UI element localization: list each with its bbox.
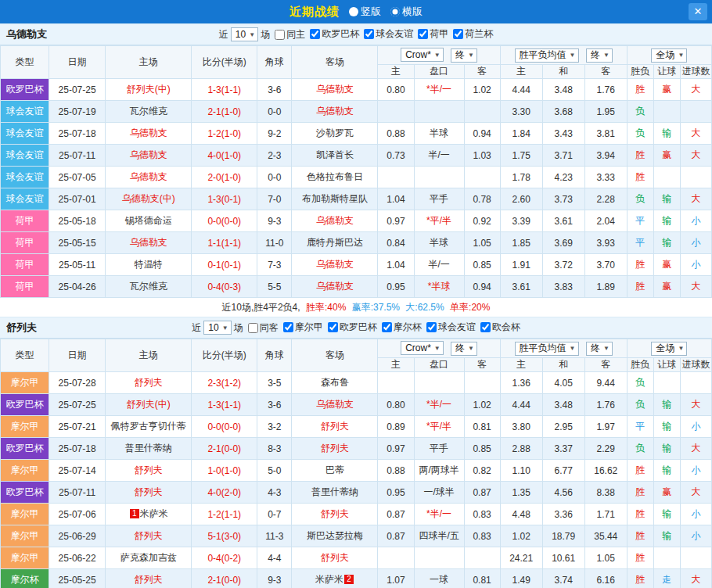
score-cell[interactable]: 1-0(1-0) bbox=[192, 460, 257, 482]
score-cell[interactable]: 4-0(1-0) bbox=[192, 145, 257, 167]
team-link[interactable]: 斯巴达瑟拉梅 bbox=[307, 530, 363, 541]
home-team-cell[interactable]: 乌德勒支 bbox=[106, 167, 192, 188]
league-filter-checkbox[interactable]: 欧罗巴杯 bbox=[328, 321, 377, 334]
same-venue-checkbox[interactable]: 同主 bbox=[275, 28, 305, 41]
away-team-cell[interactable]: 巴蒂 bbox=[292, 460, 378, 482]
team-link[interactable]: 佩特罗古亨切什蒂 bbox=[111, 421, 186, 432]
match-count-select[interactable]: 10▼ bbox=[203, 321, 231, 335]
avg-final-select[interactable]: 终▼ bbox=[586, 48, 613, 63]
home-team-cell[interactable]: 舒列夫(中) bbox=[106, 394, 192, 416]
score-cell[interactable]: 1-3(1-1) bbox=[192, 394, 257, 416]
team-link[interactable]: 乌德勒支 bbox=[130, 237, 167, 248]
team-link[interactable]: 普里什蒂纳 bbox=[311, 486, 358, 497]
league-filter-checkbox[interactable]: 荷甲 bbox=[418, 27, 448, 41]
league-filter-checkbox[interactable]: 摩尔杯 bbox=[382, 321, 422, 334]
team-link[interactable]: 瓦尔维克 bbox=[130, 281, 167, 292]
away-team-cell[interactable]: 乌德勒支 bbox=[292, 254, 378, 276]
league-filter-checkbox[interactable]: 欧罗巴杯 bbox=[310, 27, 359, 41]
away-team-cell[interactable]: 斯巴达瑟拉梅 bbox=[292, 525, 378, 547]
score-cell[interactable]: 0-4(0-2) bbox=[192, 547, 257, 569]
away-team-cell[interactable]: 乌德勒支 bbox=[292, 210, 378, 232]
close-button[interactable]: ✕ bbox=[689, 3, 707, 20]
away-team-cell[interactable]: 乌德勒支 bbox=[292, 79, 378, 101]
team-link[interactable]: 舒列夫(中) bbox=[127, 84, 171, 95]
team-link[interactable]: 乌德勒支 bbox=[130, 171, 167, 182]
home-team-cell[interactable]: 特温特 bbox=[106, 254, 192, 276]
team-link[interactable]: 凯泽首长 bbox=[316, 149, 354, 160]
away-team-cell[interactable]: 舒列夫 bbox=[292, 438, 378, 460]
score-cell[interactable]: 1-3(0-1) bbox=[192, 188, 257, 210]
scope-select[interactable]: 全场▼ bbox=[651, 342, 687, 356]
team-link[interactable]: 乌德勒支 bbox=[316, 215, 354, 226]
team-link[interactable]: 舒列夫 bbox=[135, 377, 163, 388]
team-link[interactable]: 舒列夫 bbox=[135, 464, 163, 475]
avg-type-select[interactable]: 胜平负均值▼ bbox=[515, 48, 579, 63]
score-cell[interactable]: 2-0(1-0) bbox=[192, 167, 257, 188]
league-filter-checkbox[interactable]: 摩尔甲 bbox=[283, 321, 323, 334]
home-team-cell[interactable]: 乌德勒支 bbox=[106, 145, 192, 167]
away-team-cell[interactable]: 凯泽首长 bbox=[292, 145, 378, 167]
odds-final-select[interactable]: 终▼ bbox=[451, 342, 477, 356]
odds-final-select[interactable]: 终▼ bbox=[451, 48, 477, 63]
home-team-cell[interactable]: 1米萨米 bbox=[106, 504, 192, 525]
home-team-cell[interactable]: 瓦尔维克 bbox=[106, 101, 192, 123]
home-team-cell[interactable]: 舒列夫 bbox=[106, 482, 192, 504]
home-team-cell[interactable]: 佩特罗古亨切什蒂 bbox=[106, 416, 192, 438]
team-link[interactable]: 舒列夫 bbox=[321, 421, 349, 432]
home-team-cell[interactable]: 乌德勒支 bbox=[106, 123, 192, 145]
away-team-cell[interactable]: 乌德勒支 bbox=[292, 101, 378, 123]
score-cell[interactable]: 1-1(1-1) bbox=[192, 232, 257, 254]
odds-company-select[interactable]: Crow*▼ bbox=[401, 48, 444, 62]
team-link[interactable]: 色格拉布鲁日 bbox=[307, 171, 363, 182]
away-team-cell[interactable]: 鹿特丹斯巴达 bbox=[292, 232, 378, 254]
team-link[interactable]: 乌德勒支 bbox=[316, 259, 354, 270]
score-cell[interactable]: 2-1(0-0) bbox=[192, 438, 257, 460]
team-link[interactable]: 米萨米 bbox=[315, 574, 343, 585]
league-filter-checkbox[interactable]: 球会友谊 bbox=[426, 321, 476, 334]
league-filter-checkbox[interactable]: 欧会杯 bbox=[480, 321, 520, 334]
home-team-cell[interactable]: 舒列夫 bbox=[106, 460, 192, 482]
team-link[interactable]: 特温特 bbox=[135, 259, 163, 270]
avg-type-select[interactable]: 胜平负均值▼ bbox=[515, 342, 579, 356]
away-team-cell[interactable]: 森布鲁 bbox=[292, 372, 378, 394]
team-link[interactable]: 沙勒罗瓦 bbox=[316, 127, 354, 138]
layout-vertical-radio[interactable] bbox=[349, 7, 358, 16]
home-team-cell[interactable]: 舒列夫 bbox=[106, 525, 192, 547]
team-link[interactable]: 乌德勒支 bbox=[130, 149, 167, 160]
score-cell[interactable]: 1-2(1-1) bbox=[192, 504, 257, 525]
team-link[interactable]: 舒列夫(中) bbox=[127, 399, 171, 410]
score-cell[interactable]: 2-1(0-0) bbox=[192, 569, 257, 588]
home-team-cell[interactable]: 乌德勒支(中) bbox=[106, 188, 192, 210]
team-link[interactable]: 乌德勒支 bbox=[316, 281, 354, 292]
team-link[interactable]: 乌德勒支 bbox=[316, 399, 354, 410]
home-team-cell[interactable]: 舒列夫(中) bbox=[106, 79, 192, 101]
avg-final-select[interactable]: 终▼ bbox=[586, 342, 613, 356]
team-link[interactable]: 乌德勒支 bbox=[316, 84, 354, 95]
away-team-cell[interactable]: 舒列夫 bbox=[292, 547, 378, 569]
away-team-cell[interactable]: 乌德勒支 bbox=[292, 394, 378, 416]
home-team-cell[interactable]: 瓦尔维克 bbox=[106, 276, 192, 298]
league-filter-checkbox[interactable]: 荷兰杯 bbox=[453, 27, 493, 41]
away-team-cell[interactable]: 舒列夫 bbox=[292, 504, 378, 525]
team-link[interactable]: 布加勒斯特星队 bbox=[302, 193, 368, 204]
team-link[interactable]: 舒列夫 bbox=[135, 530, 163, 541]
score-cell[interactable]: 0-0(0-0) bbox=[192, 210, 257, 232]
score-cell[interactable]: 0-1(0-1) bbox=[192, 254, 257, 276]
same-venue-checkbox[interactable]: 同客 bbox=[248, 321, 279, 335]
score-cell[interactable]: 1-2(1-0) bbox=[192, 123, 257, 145]
team-link[interactable]: 森布鲁 bbox=[321, 377, 349, 388]
away-team-cell[interactable]: 沙勒罗瓦 bbox=[292, 123, 378, 145]
away-team-cell[interactable]: 色格拉布鲁日 bbox=[292, 167, 378, 188]
team-link[interactable]: 米萨米 bbox=[140, 508, 168, 519]
away-team-cell[interactable]: 米萨米2 bbox=[292, 569, 378, 588]
home-team-cell[interactable]: 舒列夫 bbox=[106, 372, 192, 394]
score-cell[interactable]: 0-4(0-3) bbox=[192, 276, 257, 298]
team-link[interactable]: 巴蒂 bbox=[325, 464, 344, 475]
away-team-cell[interactable]: 舒列夫 bbox=[292, 416, 378, 438]
home-team-cell[interactable]: 舒列夫 bbox=[106, 569, 192, 588]
score-cell[interactable]: 2-3(1-2) bbox=[192, 372, 257, 394]
team-link[interactable]: 舒列夫 bbox=[321, 552, 349, 563]
team-link[interactable]: 瓦尔维克 bbox=[130, 106, 167, 117]
away-team-cell[interactable]: 普里什蒂纳 bbox=[292, 482, 378, 504]
odds-company-select[interactable]: Crow*▼ bbox=[401, 341, 444, 355]
